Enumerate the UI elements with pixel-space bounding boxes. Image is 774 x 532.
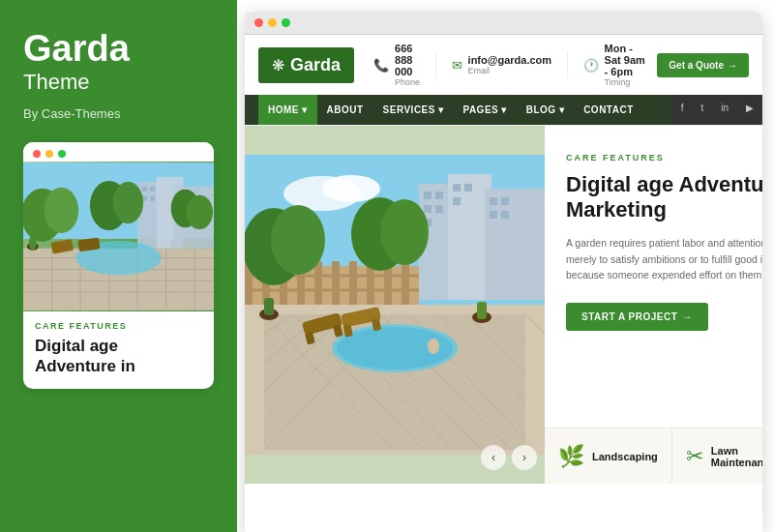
hero-title: Digital age Adventure in Marketing [566, 172, 762, 223]
social-twitter[interactable]: t [692, 95, 712, 125]
svg-point-64 [380, 199, 429, 265]
email-value: info@garda.com [468, 54, 552, 66]
svg-rect-4 [142, 187, 147, 192]
hero-next-icon: › [522, 451, 526, 464]
nav-services[interactable]: SERVICES ▾ [373, 95, 454, 125]
header-divider-2 [567, 51, 568, 78]
svg-rect-37 [435, 192, 443, 199]
start-project-button[interactable]: START A PROJECT → [566, 303, 708, 331]
nav-home-arrow: ▾ [302, 104, 308, 115]
sidebar-logo: Garda Theme [23, 29, 214, 95]
social-facebook[interactable]: f [672, 95, 693, 125]
sidebar-subtitle: Theme [23, 70, 214, 95]
sidebar-card-header [23, 142, 214, 162]
header-divider-1 [435, 51, 436, 78]
hero-care-label: CARE FEATURES [566, 153, 762, 163]
svg-rect-43 [453, 197, 461, 205]
nav-social-bar: f t in ▶ [672, 95, 762, 125]
nav-contact[interactable]: CONTACT [574, 95, 643, 125]
svg-point-13 [186, 195, 213, 229]
svg-rect-45 [501, 197, 509, 205]
phone-label: Phone [395, 77, 420, 87]
site-main: ‹ › CARE FEATURES Digital age Adventure … [245, 126, 762, 484]
site-header-top: ❋ Garda 📞 666 888 000 Phone ✉ info [245, 35, 762, 95]
svg-rect-5 [150, 187, 155, 192]
timing-label: Timing [605, 77, 648, 87]
site-header: ❋ Garda 📞 666 888 000 Phone ✉ info [245, 35, 762, 126]
sidebar-preview-card: CARE FEATURES Digital age Adventure in [23, 142, 214, 389]
logo-text: Garda [290, 55, 341, 75]
sidebar-byline: By Case-Themes [23, 106, 214, 121]
svg-point-62 [271, 205, 325, 275]
hero-prev-icon: ‹ [491, 451, 495, 464]
dot-green [58, 150, 66, 158]
hero-text-panel: CARE FEATURES Digital age Adventure in M… [545, 126, 762, 428]
svg-rect-36 [424, 192, 432, 199]
services-bar: 🌿 Landscaping ✂ Lawn Maintenance 🌱 Pruni… [545, 428, 762, 484]
hero-garden-svg [245, 126, 545, 484]
sidebar: Garda Theme By Case-Themes [0, 0, 237, 532]
header-timing: 🕐 Mon - Sat 9am - 6pm Timing [583, 43, 648, 87]
sidebar-card-body: CARE FEATURES Digital age Adventure in [23, 311, 214, 389]
header-email: ✉ info@garda.com Email [452, 54, 552, 75]
browser-dot-yellow[interactable] [268, 18, 277, 27]
get-quote-arrow: → [728, 60, 737, 71]
svg-point-11 [113, 182, 144, 223]
svg-rect-42 [464, 184, 472, 192]
nav-blog-arrow: ▾ [559, 104, 565, 115]
site-nav-wrapper: HOME ▾ ABOUT SERVICES ▾ PAGES ▾ [245, 95, 762, 125]
svg-rect-47 [501, 211, 509, 219]
get-quote-button[interactable]: Get a Quote → [657, 53, 749, 77]
social-linkedin[interactable]: in [712, 95, 737, 125]
browser-window: ❋ Garda 📞 666 888 000 Phone ✉ info [245, 12, 762, 532]
browser-content: ❋ Garda 📞 666 888 000 Phone ✉ info [245, 35, 762, 532]
sidebar-care-label: CARE FEATURES [35, 321, 202, 331]
svg-rect-55 [314, 261, 322, 310]
service-lawn[interactable]: ✂ Lawn Maintenance [672, 429, 762, 484]
service-landscaping[interactable]: 🌿 Landscaping [545, 429, 672, 484]
browser-titlebar [245, 12, 762, 35]
lawn-icon: ✂ [686, 444, 703, 469]
sidebar-title: Garda [23, 29, 214, 70]
timing-value: Mon - Sat 9am - 6pm [605, 43, 648, 77]
header-phone: 📞 666 888 000 Phone [373, 43, 420, 87]
start-project-arrow: → [682, 311, 693, 322]
svg-rect-57 [349, 261, 357, 310]
hero-prev-button[interactable]: ‹ [481, 445, 506, 470]
svg-point-32 [322, 175, 380, 202]
clock-icon: 🕐 [583, 58, 599, 73]
nav-pages-arrow: ▾ [501, 104, 507, 115]
email-icon: ✉ [452, 58, 462, 73]
lawn-label: Lawn Maintenance [711, 445, 762, 468]
svg-point-9 [45, 188, 78, 233]
email-label: Email [468, 66, 552, 75]
svg-rect-56 [332, 261, 340, 310]
svg-rect-41 [453, 184, 461, 192]
svg-point-29 [29, 235, 37, 251]
phone-value: 666 888 000 [395, 43, 420, 77]
landscaping-icon: 🌿 [558, 444, 584, 469]
sidebar-card-image [23, 162, 214, 311]
hero-next-button[interactable]: › [512, 445, 537, 470]
garden-image-svg [23, 162, 214, 311]
nav-home[interactable]: HOME ▾ [258, 95, 317, 125]
dot-yellow [45, 150, 53, 158]
phone-icon: 📞 [373, 58, 389, 73]
browser-dot-red[interactable] [254, 18, 263, 27]
browser-dot-green[interactable] [282, 18, 290, 27]
svg-rect-93 [477, 302, 487, 319]
nav-blog[interactable]: BLOG ▾ [517, 95, 574, 125]
nav-pages[interactable]: PAGES ▾ [453, 95, 516, 125]
hero-image-area: ‹ › [245, 126, 545, 484]
svg-rect-7 [150, 196, 155, 201]
svg-rect-46 [490, 211, 497, 219]
dot-red [33, 150, 41, 158]
hero-text-section: CARE FEATURES Digital age Adventure in M… [545, 126, 762, 484]
social-youtube[interactable]: ▶ [737, 95, 762, 125]
nav-about[interactable]: ABOUT [317, 95, 373, 125]
svg-rect-91 [264, 298, 274, 315]
site-logo[interactable]: ❋ Garda [258, 47, 354, 83]
site-nav: HOME ▾ ABOUT SERVICES ▾ PAGES ▾ [245, 95, 672, 125]
svg-rect-60 [402, 261, 409, 310]
hero-description: A garden requires patient labor and atte… [566, 235, 762, 283]
